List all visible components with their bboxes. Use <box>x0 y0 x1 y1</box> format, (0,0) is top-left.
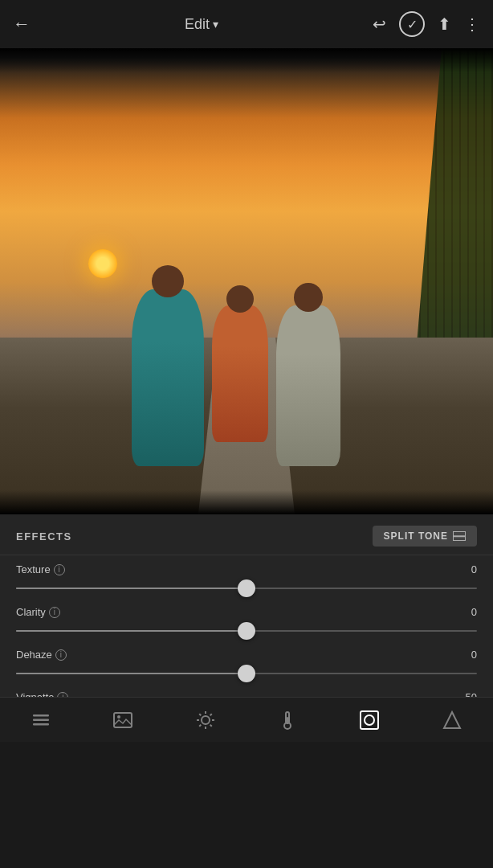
svg-rect-16 <box>287 717 288 724</box>
photo-canvas <box>0 48 493 514</box>
confirm-button[interactable]: ✓ <box>399 11 425 37</box>
top-bar-right: ↩ ✓ ⬆ ⋮ <box>373 11 480 37</box>
svg-rect-17 <box>361 711 378 729</box>
dehaze-label: Dehaze i <box>16 649 67 661</box>
clarity-value: 0 <box>458 606 477 618</box>
texture-label: Texture i <box>16 563 65 575</box>
effects-panel: EFFECTS SPLIT TONE Texture i 0 <box>0 514 493 742</box>
effects-title: EFFECTS <box>16 530 72 542</box>
texture-value: 0 <box>458 563 477 575</box>
clarity-slider[interactable] <box>16 620 477 642</box>
split-tone-label: SPLIT TONE <box>384 530 448 542</box>
clarity-label-row: Clarity i 0 <box>16 606 477 618</box>
texture-slider[interactable] <box>16 577 477 600</box>
figure-right <box>276 305 340 466</box>
back-button[interactable]: ← <box>13 14 31 35</box>
dehaze-value: 0 <box>458 649 477 661</box>
top-bar: ← Edit ▾ ↩ ✓ ⬆ ⋮ <box>0 0 493 48</box>
clarity-label: Clarity i <box>16 606 60 618</box>
edit-label: Edit <box>185 16 210 33</box>
toolbar-item-image[interactable] <box>112 709 134 731</box>
svg-line-11 <box>210 724 212 726</box>
svg-point-4 <box>117 715 120 719</box>
top-bar-left: ← <box>13 14 31 35</box>
photo-background <box>0 48 493 514</box>
edit-dropdown-icon[interactable]: ▾ <box>213 18 218 31</box>
dehaze-label-row: Dehaze i 0 <box>16 649 477 661</box>
svg-line-13 <box>199 724 201 726</box>
figures-group <box>132 289 340 466</box>
tree-right <box>365 48 493 354</box>
split-tone-button[interactable]: SPLIT TONE <box>373 526 477 547</box>
panel-header: EFFECTS SPLIT TONE <box>0 514 493 555</box>
clarity-thumb[interactable] <box>238 622 255 640</box>
dehaze-slider[interactable] <box>16 662 477 685</box>
svg-line-10 <box>199 714 201 715</box>
clarity-info-icon: i <box>49 607 60 618</box>
toolbar-item-layers[interactable] <box>30 709 52 731</box>
figure-left <box>132 289 204 466</box>
svg-rect-3 <box>114 713 132 727</box>
toolbar-item-geometry[interactable] <box>441 709 463 731</box>
image-overlay-bottom <box>0 490 493 514</box>
more-button[interactable]: ⋮ <box>464 14 480 34</box>
texture-label-row: Texture i 0 <box>16 563 477 575</box>
texture-info-icon: i <box>54 564 65 575</box>
svg-point-18 <box>365 715 374 725</box>
svg-rect-1 <box>33 719 49 721</box>
texture-slider-row: Texture i 0 <box>16 563 477 600</box>
texture-thumb[interactable] <box>238 579 255 597</box>
clarity-track <box>16 630 477 632</box>
geometry-icon <box>441 709 463 731</box>
clarity-slider-row: Clarity i 0 <box>16 606 477 642</box>
image-icon <box>112 709 134 731</box>
check-icon: ✓ <box>407 17 418 32</box>
texture-fill <box>16 588 246 589</box>
dehaze-slider-row: Dehaze i 0 <box>16 649 477 685</box>
effects-icon <box>358 709 381 731</box>
svg-rect-0 <box>33 714 49 717</box>
sun-element <box>88 249 117 278</box>
light-icon <box>194 709 217 731</box>
layers-icon <box>30 709 52 731</box>
svg-rect-2 <box>33 723 49 726</box>
dehaze-track <box>16 673 477 674</box>
toolbar-item-light[interactable] <box>194 709 217 731</box>
clarity-fill <box>16 630 246 632</box>
toolbar-item-effects[interactable] <box>358 709 381 731</box>
top-bar-center: Edit ▾ <box>185 16 218 33</box>
toolbar-item-color[interactable] <box>276 709 299 731</box>
svg-marker-19 <box>444 712 460 728</box>
dehaze-thumb[interactable] <box>238 665 255 682</box>
svg-point-5 <box>202 716 210 724</box>
figure-center <box>212 305 268 442</box>
undo-button[interactable]: ↩ <box>373 14 386 34</box>
share-button[interactable]: ⬆ <box>438 14 451 34</box>
dehaze-info-icon: i <box>55 649 67 661</box>
dehaze-fill <box>16 673 246 674</box>
color-icon <box>276 709 299 731</box>
bottom-toolbar <box>0 697 493 742</box>
svg-line-12 <box>210 714 212 715</box>
image-overlay-top <box>0 48 493 72</box>
split-tone-icon <box>453 531 466 541</box>
texture-track <box>16 588 477 589</box>
